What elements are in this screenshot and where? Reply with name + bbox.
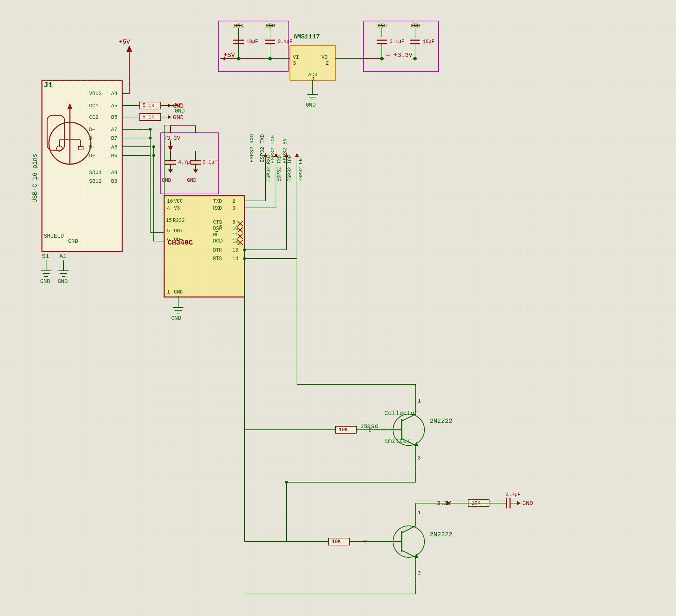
schematic-canvas: J1 USB-C 16 pins SHIELD GND VBUS A4 CC1 … xyxy=(0,0,676,616)
svg-rect-301 xyxy=(0,0,676,616)
